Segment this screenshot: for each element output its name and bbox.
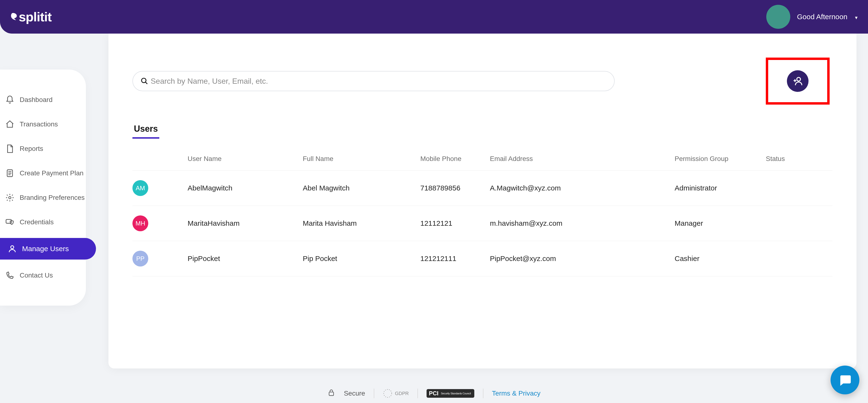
users-table: User Name Full Name Mobile Phone Email A… — [132, 155, 833, 276]
col-group: Permission Group — [675, 155, 766, 170]
divider — [483, 389, 484, 398]
sidebar-item-credentials[interactable]: Credentials — [0, 214, 86, 231]
sidebar-item-contact-us[interactable]: Contact Us — [0, 267, 86, 284]
sidebar-item-create-payment-plan[interactable]: Create Payment Plan — [0, 164, 86, 182]
add-user-button[interactable] — [787, 70, 808, 92]
sidebar-item-label: Contact Us — [20, 272, 53, 279]
sidebar-item-branding-preferences[interactable]: Branding Preferences — [0, 189, 86, 206]
cell-username: PipPocket — [188, 241, 303, 276]
cell-phone: 7188789856 — [420, 170, 490, 206]
svg-point-7 — [383, 389, 392, 397]
chat-button[interactable] — [831, 366, 859, 394]
svg-point-5 — [797, 78, 800, 81]
greeting-text: Good Afternoon — [797, 13, 847, 21]
brand-name: splitit — [19, 9, 52, 24]
cell-status — [766, 241, 833, 276]
eu-stars-icon — [383, 389, 393, 398]
brand-logo-icon — [9, 12, 17, 21]
search-field-container[interactable] — [132, 71, 615, 91]
cell-email: m.havisham@xyz.com — [490, 206, 675, 241]
lock-icon — [328, 389, 335, 398]
cell-username: MaritaHavisham — [188, 206, 303, 241]
cell-status — [766, 206, 833, 241]
header-right: Good Afternoon ▼ — [766, 5, 859, 29]
clipboard-icon — [5, 168, 14, 178]
cell-group: Administrator — [675, 170, 766, 206]
sidebar-item-label: Credentials — [20, 218, 54, 226]
svg-point-1 — [9, 196, 11, 199]
user-icon — [8, 244, 17, 253]
pci-title: PCI — [429, 391, 439, 396]
home-icon — [5, 120, 14, 129]
svg-point-4 — [142, 78, 146, 83]
row-avatar: MH — [132, 215, 148, 231]
sidebar-item-label: Create Payment Plan — [20, 169, 84, 177]
cell-email: A.Magwitch@xyz.com — [490, 170, 675, 206]
main-panel: Users User Name Full Name Mobile Phone E… — [108, 34, 857, 368]
row-avatar: PP — [132, 251, 148, 267]
app-header: splitit Good Afternoon ▼ — [0, 0, 868, 34]
cell-email: PipPocket@xyz.com — [490, 241, 675, 276]
cell-phone: 12112121 — [420, 206, 490, 241]
divider — [374, 389, 374, 398]
col-email: Email Address — [490, 155, 675, 170]
phone-icon — [5, 271, 14, 280]
table-row[interactable]: MHMaritaHavishamMarita Havisham12112121m… — [132, 206, 833, 241]
cell-status — [766, 170, 833, 206]
pci-badge: PCI Security Standards Council — [427, 389, 474, 398]
sidebar: Dashboard Transactions Reports Create Pa… — [0, 69, 86, 306]
sidebar-item-label: Branding Preferences — [20, 194, 85, 202]
search-icon — [141, 77, 148, 85]
card-shield-icon — [5, 218, 14, 227]
table-row[interactable]: AMAbelMagwitchAbel Magwitch7188789856A.M… — [132, 170, 833, 206]
col-username: User Name — [188, 155, 303, 170]
divider — [417, 389, 418, 398]
panel-top-row — [132, 58, 833, 104]
gear-icon — [5, 193, 14, 202]
tab-users[interactable]: Users — [132, 124, 159, 138]
gdpr-badge: GDPR — [383, 389, 409, 398]
terms-privacy-link[interactable]: Terms & Privacy — [492, 390, 540, 397]
brand: splitit — [9, 9, 52, 24]
footer-secure-text: Secure — [344, 390, 365, 397]
svg-point-3 — [11, 246, 14, 249]
cell-fullname: Abel Magwitch — [303, 170, 420, 206]
add-user-icon — [792, 75, 803, 87]
svg-rect-6 — [329, 392, 334, 396]
sidebar-item-label: Transactions — [20, 120, 58, 128]
sidebar-item-label: Manage Users — [22, 245, 69, 253]
sidebar-item-label: Dashboard — [20, 96, 53, 104]
cell-fullname: Marita Havisham — [303, 206, 420, 241]
sidebar-item-reports[interactable]: Reports — [0, 140, 86, 157]
user-avatar[interactable] — [766, 5, 790, 29]
sidebar-item-label: Reports — [20, 145, 43, 153]
col-phone: Mobile Phone — [420, 155, 490, 170]
gdpr-text: GDPR — [395, 391, 409, 396]
cell-group: Manager — [675, 206, 766, 241]
tabs: Users — [132, 124, 833, 138]
account-menu-caret-icon[interactable]: ▼ — [854, 16, 859, 21]
row-avatar: AM — [132, 180, 148, 196]
sidebar-item-transactions[interactable]: Transactions — [0, 116, 86, 133]
footer: Secure GDPR PCI Security Standards Counc… — [0, 389, 868, 398]
highlight-annotation — [766, 58, 830, 104]
cell-fullname: Pip Pocket — [303, 241, 420, 276]
table-row[interactable]: PPPipPocketPip Pocket121212111PipPocket@… — [132, 241, 833, 276]
pci-subtitle: Security Standards Council — [441, 392, 471, 395]
document-icon — [5, 144, 14, 153]
sidebar-item-dashboard[interactable]: Dashboard — [0, 91, 86, 108]
col-status: Status — [766, 155, 833, 170]
cell-username: AbelMagwitch — [188, 170, 303, 206]
bell-icon — [5, 95, 14, 104]
col-fullname: Full Name — [303, 155, 420, 170]
cell-phone: 121212111 — [420, 241, 490, 276]
chat-icon — [838, 373, 852, 387]
search-input[interactable] — [151, 77, 607, 86]
cell-group: Cashier — [675, 241, 766, 276]
sidebar-item-manage-users[interactable]: Manage Users — [0, 238, 96, 259]
